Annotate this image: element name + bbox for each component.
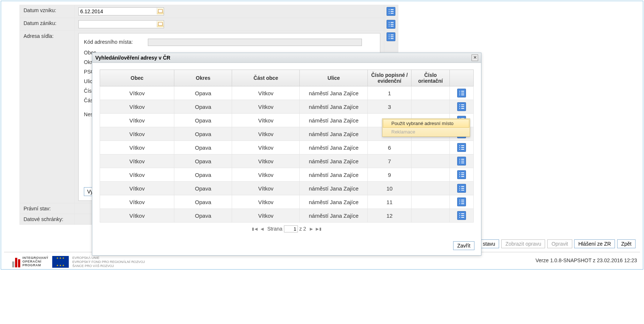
cell-cast: Vítkov	[232, 182, 300, 195]
table-row[interactable]: VítkovOpavaVítkovnáměstí Jana Zajíce12	[100, 209, 474, 222]
list-icon[interactable]	[457, 157, 466, 165]
cell-cast: Vítkov	[232, 114, 300, 127]
cell-okres: Opava	[174, 141, 232, 154]
cell-cast: Vítkov	[232, 168, 300, 182]
zpet-button[interactable]: Zpět	[617, 239, 636, 248]
table-row[interactable]: VítkovOpavaVítkovnáměstí Jana Zajíce1	[100, 86, 474, 100]
cell-obec: Vítkov	[100, 100, 174, 114]
list-icon[interactable]	[387, 32, 395, 41]
eu-flag-icon	[52, 256, 69, 268]
cell-ulice: náměstí Jana Zajíce	[300, 100, 368, 114]
col-okres[interactable]: Okres	[174, 70, 232, 86]
cell-cp: 7	[368, 154, 411, 168]
cell-cp: 11	[368, 195, 411, 209]
list-icon[interactable]	[387, 20, 395, 29]
col-cp[interactable]: Číslo popisné / evidenční	[368, 70, 411, 86]
pager-page-input[interactable]	[284, 225, 298, 232]
list-icon[interactable]	[457, 184, 466, 193]
cell-obec: Vítkov	[100, 195, 174, 209]
row-context-menu: Použít vybrané adresní místo Reklamace	[382, 118, 470, 137]
datum-vzniku-input[interactable]	[79, 8, 155, 15]
pager-last-icon[interactable]: ▶▮	[316, 226, 322, 232]
list-icon[interactable]	[457, 197, 466, 206]
cell-ulice: náměstí Jana Zajíce	[300, 209, 368, 222]
cell-cp: 1	[368, 86, 411, 100]
cell-cp: 9	[368, 168, 411, 182]
pager-strana: Strana	[267, 226, 282, 232]
datum-zaniku-input[interactable]	[79, 21, 155, 28]
cell-obec: Vítkov	[100, 154, 174, 168]
zavrit-button[interactable]: Zavřít	[453, 241, 474, 250]
pager-prev-icon[interactable]: ◀	[260, 226, 263, 232]
cell-ulice: náměstí Jana Zajíce	[300, 182, 368, 195]
cell-ulice: náměstí Jana Zajíce	[300, 86, 368, 100]
pravni-stav-label: Právní stav:	[20, 203, 75, 214]
pager-next-icon[interactable]: ▶	[310, 226, 313, 232]
cell-cp: 3	[368, 100, 411, 114]
footer-logos: INTEGROVANÝ OPERAČNÍ PROGRAM EVROPSKÁ UN…	[12, 256, 145, 268]
cell-cast: Vítkov	[232, 154, 300, 168]
list-icon[interactable]	[457, 89, 466, 97]
cell-ulice: náměstí Jana Zajíce	[300, 168, 368, 182]
list-icon[interactable]	[387, 7, 395, 16]
table-row[interactable]: VítkovOpavaVítkovnáměstí Jana Zajíce10	[100, 182, 474, 195]
iop-text-3: PROGRAM	[22, 264, 49, 267]
cell-okres: Opava	[174, 127, 232, 141]
cell-cast: Vítkov	[232, 209, 300, 222]
cell-okres: Opava	[174, 114, 232, 127]
cell-co	[411, 86, 450, 100]
table-row[interactable]: VítkovOpavaVítkovnáměstí Jana Zajíce7	[100, 154, 474, 168]
calendar-icon[interactable]	[157, 21, 164, 27]
cell-co	[411, 154, 450, 168]
datum-vzniku-label: Datum vzniku:	[20, 5, 75, 18]
cell-obec: Vítkov	[100, 86, 174, 100]
cell-co	[411, 141, 450, 154]
col-ulice[interactable]: Ulice	[300, 70, 368, 86]
list-icon[interactable]	[457, 143, 466, 152]
cell-cast: Vítkov	[232, 195, 300, 209]
table-row[interactable]: VítkovOpavaVítkovnáměstí Jana Zajíce6	[100, 141, 474, 154]
hlaseni-ze-zr-button[interactable]: Hlášení ze ZR	[574, 239, 615, 248]
cell-cast: Vítkov	[232, 127, 300, 141]
col-obec[interactable]: Obec	[100, 70, 174, 86]
list-icon[interactable]	[457, 102, 466, 111]
eu-text-1: EVROPSKÁ UNIE	[72, 256, 145, 260]
eu-text-3: ŠANCE PRO VÁŠ ROZVOJ	[72, 264, 145, 268]
cell-obec: Vítkov	[100, 141, 174, 154]
cell-cast: Vítkov	[232, 141, 300, 154]
cell-obec: Vítkov	[100, 182, 174, 195]
cell-ulice: náměstí Jana Zajíce	[300, 114, 368, 127]
cell-ulice: náměstí Jana Zajíce	[300, 195, 368, 209]
ctx-use-address[interactable]: Použít vybrané adresní místo	[383, 119, 469, 128]
cell-okres: Opava	[174, 209, 232, 222]
cell-co	[411, 182, 450, 195]
table-row[interactable]: VítkovOpavaVítkovnáměstí Jana Zajíce3	[100, 100, 474, 114]
kod-adresniho-mista-field[interactable]	[148, 39, 362, 46]
cell-cast: Vítkov	[232, 100, 300, 114]
ctx-reklamace: Reklamace	[383, 128, 469, 136]
list-icon[interactable]	[457, 170, 466, 179]
cell-okres: Opava	[174, 86, 232, 100]
cell-cp: 12	[368, 209, 411, 222]
close-icon[interactable]: ✕	[472, 54, 478, 61]
cell-okres: Opava	[174, 100, 232, 114]
cell-obec: Vítkov	[100, 114, 174, 127]
calendar-icon[interactable]	[157, 8, 164, 14]
col-cast[interactable]: Část obce	[232, 70, 300, 86]
cell-ulice: náměstí Jana Zajíce	[300, 141, 368, 154]
list-icon[interactable]	[457, 211, 466, 220]
pager-first-icon[interactable]: ▮◀	[252, 226, 258, 232]
address-results-table: Obec Okres Část obce Ulice Číslo popisné…	[100, 70, 474, 222]
cell-obec: Vítkov	[100, 209, 174, 222]
cell-co	[411, 168, 450, 182]
col-co[interactable]: Číslo orientační	[411, 70, 450, 86]
cell-ulice: náměstí Jana Zajíce	[300, 127, 368, 141]
cell-okres: Opava	[174, 195, 232, 209]
pager-total: 2	[303, 226, 306, 232]
table-row[interactable]: VítkovOpavaVítkovnáměstí Jana Zajíce9	[100, 168, 474, 182]
eu-text-2: EVROPSKÝ FOND PRO REGIONÁLNÍ ROZVOJ	[72, 260, 145, 264]
cell-co	[411, 209, 450, 222]
cell-cp: 10	[368, 182, 411, 195]
table-row[interactable]: VítkovOpavaVítkovnáměstí Jana Zajíce11	[100, 195, 474, 209]
version-text: Verze 1.0.8-SNAPSHOT z 23.02.2016 12:23	[536, 256, 637, 263]
